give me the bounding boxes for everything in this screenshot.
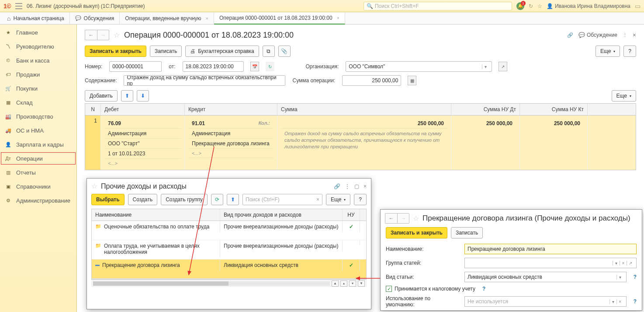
col-name[interactable]: Наименование	[92, 209, 220, 221]
sidebar-item-os[interactable]: 🚚ОС и НМА	[0, 123, 76, 137]
use-input[interactable]: Не используется▾×	[464, 296, 627, 307]
scroll-end-icon[interactable]: ▼	[358, 280, 365, 287]
save-close-button[interactable]: Записать и закрыть	[85, 46, 146, 57]
discuss-link[interactable]: 💬Обсуждение	[578, 32, 617, 38]
save-close-button[interactable]: Записать и закрыть	[386, 227, 447, 238]
help-icon[interactable]: ?	[634, 274, 637, 280]
close-icon[interactable]: ×	[337, 15, 339, 21]
name-input[interactable]: Прекращение договора лизинга	[464, 244, 637, 254]
clear-icon[interactable]: ×	[616, 299, 623, 304]
close-icon[interactable]: ×	[364, 183, 367, 189]
col-credit[interactable]: Кредит	[185, 104, 277, 115]
save-button[interactable]: Записать	[150, 46, 182, 57]
sidebar-item-admin[interactable]: ⚙Администрирование	[0, 193, 76, 207]
cell-nuk[interactable]: 250 000,00	[520, 116, 588, 170]
col-nud[interactable]: Сумма НУ Дт	[451, 104, 520, 115]
desc-input[interactable]: Отражен доход на сумму сальдо встречных …	[124, 75, 285, 86]
num-input[interactable]: 0000-000001	[109, 61, 162, 72]
menu-icon[interactable]	[15, 3, 22, 9]
upload-button[interactable]: ⬆	[227, 194, 239, 205]
sidebar-item-operations[interactable]: ДтОперации	[0, 151, 76, 165]
create-group-button[interactable]: Создать группу	[161, 194, 208, 205]
date-input[interactable]: 18.08.2023 19:00:00	[183, 61, 244, 72]
col-nuk[interactable]: Сумма НУ Кт	[520, 104, 588, 115]
refresh-button[interactable]: ⟳	[211, 194, 223, 205]
kind-input[interactable]: Ликвидация основных средств▾	[464, 272, 627, 282]
popup-more-button[interactable]: Еще▾	[326, 194, 350, 205]
sidebar-item-production[interactable]: 🏭Производство	[0, 109, 76, 123]
tab-discussions[interactable]: Обсуждения	[70, 12, 120, 24]
popup-help-button[interactable]: ?	[354, 194, 367, 205]
open-icon[interactable]: ↗	[627, 261, 634, 266]
more-icon[interactable]: ⋮	[623, 32, 627, 38]
col-nu[interactable]: НУ	[343, 209, 360, 221]
dropdown-icon[interactable]: ▾	[482, 64, 489, 69]
copy-icon-button[interactable]: ⧉	[263, 46, 275, 57]
dropdown-icon[interactable]: ▾	[609, 299, 616, 304]
save-button[interactable]: Записать	[451, 227, 483, 238]
col-sum[interactable]: Сумма	[277, 104, 451, 115]
open-org-icon[interactable]: ↗	[499, 62, 507, 71]
table-more-button[interactable]: Еще▾	[612, 90, 636, 102]
clear-icon[interactable]: ×	[620, 261, 627, 266]
table-row[interactable]: 1 76.09 Администрация ООО "Старт" 1 от 1…	[85, 116, 636, 170]
sidebar-item-sales[interactable]: 🏷Продажи	[0, 67, 76, 81]
list-item[interactable]: 📁Оплата труда, не учитываемая в целях на…	[92, 240, 366, 259]
help-icon[interactable]: ?	[634, 298, 637, 305]
sidebar-item-salary[interactable]: 👤Зарплата и кадры	[0, 137, 76, 151]
sidebar-item-main[interactable]: ★Главное	[0, 25, 76, 39]
create-button[interactable]: Создать	[128, 194, 158, 205]
tab-home[interactable]: Начальная страница	[2, 12, 70, 24]
add-row-button[interactable]: Добавить	[85, 90, 118, 102]
attach-icon-button[interactable]: 📎	[278, 46, 291, 57]
refresh-date-icon[interactable]: ↻	[266, 62, 274, 71]
favorite-icon[interactable]: ☆	[91, 182, 97, 190]
cell-debit[interactable]: 76.09 Администрация ООО "Старт" 1 от 10.…	[101, 116, 185, 170]
help-button[interactable]: ?	[623, 46, 636, 57]
tax-checkbox[interactable]: ✓ Принимается к налоговому учету	[386, 286, 475, 292]
maximize-icon[interactable]: ▢	[354, 183, 359, 189]
tab-manual-ops[interactable]: Операции, введенные вручную×	[120, 12, 214, 24]
forward-button[interactable]: →	[97, 30, 109, 40]
close-icon[interactable]: ×	[633, 32, 636, 39]
link-icon[interactable]: 🔗	[567, 32, 573, 38]
user-menu[interactable]: 👤 Иванова Ирина Владимировна	[547, 3, 630, 9]
clear-icon[interactable]: ×	[316, 196, 319, 203]
sidebar-item-purchases[interactable]: 🛒Покупки	[0, 81, 76, 95]
link-icon[interactable]: 🔗	[334, 183, 340, 189]
cell-sum[interactable]: 250 000,00 Отражен доход на сумму сальдо…	[277, 116, 451, 170]
back-button[interactable]: ←	[385, 213, 397, 224]
sidebar-item-stock[interactable]: ▦Склад	[0, 95, 76, 109]
sidebar-item-manager[interactable]: 〽Руководителю	[0, 39, 76, 53]
star-icon[interactable]: ☆	[537, 3, 542, 9]
org-input[interactable]: ООО "Символ" ▾	[346, 61, 492, 72]
sidebar-item-refs[interactable]: ▣Справочники	[0, 179, 76, 193]
h-scrollbar[interactable]	[93, 281, 330, 286]
sidebar-item-reports[interactable]: ▥Отчеты	[0, 165, 76, 179]
sidebar-item-bank[interactable]: ©Банк и касса	[0, 53, 76, 67]
dropdown-icon[interactable]: ▾	[616, 275, 623, 280]
more-icon[interactable]: ⋮	[345, 183, 350, 189]
favorite-icon[interactable]: ☆	[413, 214, 419, 223]
calc-icon[interactable]: ▦	[408, 76, 416, 85]
col-debit[interactable]: Дебет	[101, 104, 185, 115]
global-search[interactable]: 🔍 Поиск Ctrl+Shift+F	[364, 2, 512, 11]
minus-icon[interactable]: ▭	[635, 3, 641, 10]
cell-nud[interactable]: 250 000,00	[451, 116, 520, 170]
group-input[interactable]: ▾×↗	[464, 258, 637, 268]
sum-input[interactable]: 250 000,00	[342, 75, 401, 86]
close-icon[interactable]: ×	[206, 16, 208, 21]
print-button[interactable]: 🖨Бухгалтерская справка	[185, 46, 259, 57]
forward-button[interactable]: →	[397, 213, 409, 224]
scroll-up-icon[interactable]: ▴	[340, 280, 347, 287]
move-down-button[interactable]: ⬇	[137, 90, 149, 102]
dropdown-icon[interactable]: ▾	[613, 261, 620, 266]
favorite-icon[interactable]: ☆	[114, 31, 120, 39]
col-n[interactable]: N	[85, 104, 101, 115]
list-item-selected[interactable]: ▬Прекращение договора лизинга Ликвидация…	[92, 259, 366, 279]
more-button[interactable]: Еще▾	[596, 46, 620, 57]
bell-icon[interactable]: 🔔 1	[516, 2, 524, 10]
cell-credit[interactable]: 91.01Кол.: Администрация Прекращение дог…	[185, 116, 277, 170]
tab-operation[interactable]: Операция 0000-000001 от 18.08.2023 19:00…	[214, 12, 345, 25]
move-up-button[interactable]: ⬆	[121, 90, 133, 102]
